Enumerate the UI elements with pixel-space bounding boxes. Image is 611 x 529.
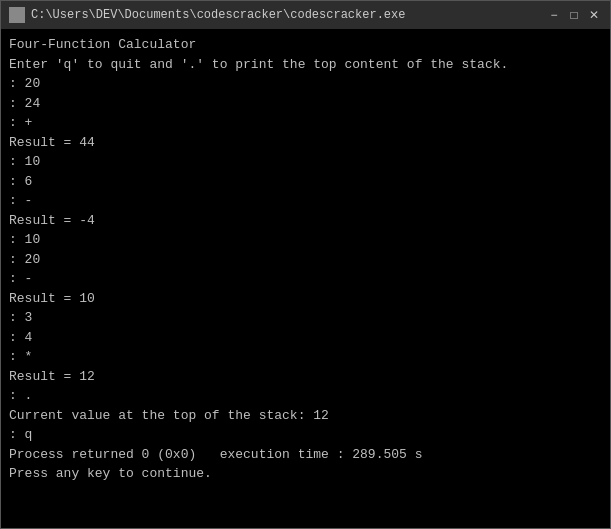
console-line: : -	[9, 191, 602, 211]
console-line: Result = -4	[9, 211, 602, 231]
console-line: : 4	[9, 328, 602, 348]
app-window: C:\Users\DEV\Documents\codescracker\code…	[0, 0, 611, 529]
console-line: : 20	[9, 74, 602, 94]
console-line: : q	[9, 425, 602, 445]
minimize-button[interactable]: −	[546, 7, 562, 23]
console-line: Press any key to continue.	[9, 464, 602, 484]
window-controls: − □ ✕	[546, 7, 602, 23]
console-line: Result = 44	[9, 133, 602, 153]
console-line: Process returned 0 (0x0) execution time …	[9, 445, 602, 465]
console-line: Current value at the top of the stack: 1…	[9, 406, 602, 426]
console-line: Result = 10	[9, 289, 602, 309]
title-bar-text: C:\Users\DEV\Documents\codescracker\code…	[31, 8, 546, 22]
console-line: : 20	[9, 250, 602, 270]
console-line: : .	[9, 386, 602, 406]
app-icon	[9, 7, 25, 23]
console-line: Enter 'q' to quit and '.' to print the t…	[9, 55, 602, 75]
console-line: : +	[9, 113, 602, 133]
console-line: Four-Function Calculator	[9, 35, 602, 55]
title-bar: C:\Users\DEV\Documents\codescracker\code…	[1, 1, 610, 29]
console-line: : 24	[9, 94, 602, 114]
console-line: : 10	[9, 152, 602, 172]
console-line: : *	[9, 347, 602, 367]
console-line: : 6	[9, 172, 602, 192]
maximize-button[interactable]: □	[566, 7, 582, 23]
console-line: : 3	[9, 308, 602, 328]
console-line: : 10	[9, 230, 602, 250]
console-output: Four-Function CalculatorEnter 'q' to qui…	[1, 29, 610, 528]
console-line: Result = 12	[9, 367, 602, 387]
close-button[interactable]: ✕	[586, 7, 602, 23]
console-line: : -	[9, 269, 602, 289]
